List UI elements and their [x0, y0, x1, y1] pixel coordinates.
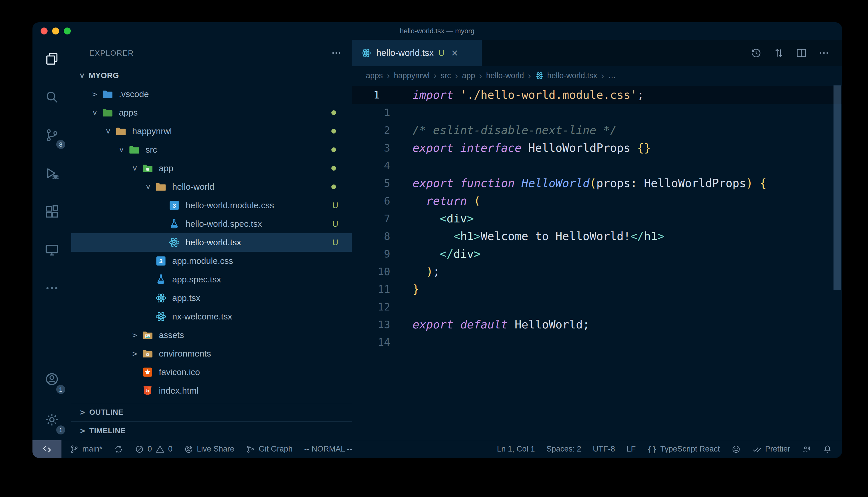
status-sync[interactable] [108, 440, 129, 458]
split-editor-button[interactable] [796, 47, 807, 59]
tree-item-nx-welcome.tsx[interactable]: nx-welcome.tsx [71, 307, 352, 326]
status-remote-indicator[interactable] [32, 440, 61, 458]
tree-item-hello-world[interactable]: >hello-world [71, 178, 352, 196]
compare-changes-button[interactable] [773, 47, 785, 59]
status-cursor-position[interactable]: Ln 1, Col 1 [491, 440, 541, 458]
code-text [390, 298, 413, 316]
code-line[interactable]: 5export function HelloWorld(props: Hello… [352, 174, 842, 192]
status-eol[interactable]: LF [621, 440, 642, 458]
tree-item-happynrwl[interactable]: >happynrwl [71, 122, 352, 141]
tree-item-hello-world.module.css[interactable]: 3hello-world.module.cssU [71, 196, 352, 215]
status-vim-mode[interactable]: -- NORMAL -- [298, 440, 358, 458]
code-line[interactable]: 12 [352, 298, 842, 316]
css-icon: 3 [168, 199, 180, 211]
open-timeline-button[interactable] [750, 47, 762, 59]
breadcrumb-…[interactable]: … [608, 71, 616, 80]
status-broadcast[interactable] [796, 440, 817, 458]
code-line[interactable]: 1 [352, 104, 842, 122]
react-icon [155, 311, 167, 323]
code-line[interactable]: 3export interface HelloWorldProps {} [352, 139, 842, 157]
status-language-mode[interactable]: {}TypeScript React [642, 440, 726, 458]
status-live-share[interactable]: Live Share [178, 440, 240, 458]
tree-item-app[interactable]: >app [71, 159, 352, 178]
activity-settings[interactable]: 1 [32, 399, 71, 440]
breadcrumb-happynrwl[interactable]: happynrwl [394, 71, 430, 80]
status-encoding[interactable]: UTF-8 [587, 440, 621, 458]
code-editor[interactable]: 1import './hello-world.module.css';12/* … [352, 85, 842, 440]
activity-run-debug[interactable] [32, 154, 71, 193]
activity-search[interactable] [32, 78, 71, 116]
activity-accounts[interactable]: 1 [32, 359, 71, 399]
code-line[interactable]: 11} [352, 280, 842, 298]
code-text: } [390, 280, 419, 298]
code-line[interactable]: 2/* eslint-disable-next-line */ [352, 122, 842, 139]
tree-item-favicon.ico[interactable]: favicon.ico [71, 363, 352, 381]
status-prettier[interactable]: Prettier [746, 440, 796, 458]
tree-item-label: apps [119, 108, 138, 117]
status-git-graph[interactable]: Git Graph [240, 440, 298, 458]
breadcrumb-hello-world[interactable]: hello-world [486, 71, 524, 80]
code-text [390, 104, 413, 122]
breadcrumb-src[interactable]: src [441, 71, 451, 80]
status-feedback[interactable] [726, 440, 746, 458]
sidebar-header: EXPLORER [71, 40, 352, 66]
tree-item-app.spec.tsx[interactable]: app.spec.tsx [71, 270, 352, 289]
activity-more[interactable] [32, 269, 71, 307]
tree-item-label: hello-world [172, 182, 214, 192]
tree-item-assets[interactable]: >assets [71, 326, 352, 344]
git-untracked-badge: U [332, 238, 338, 247]
more-actions-icon[interactable] [331, 47, 342, 58]
activity-extensions[interactable] [32, 193, 71, 231]
tree-item-environments[interactable]: >environments [71, 344, 352, 363]
code-line[interactable]: 4 [352, 157, 842, 174]
tree-item-apps[interactable]: >apps [71, 103, 352, 122]
folder-icon [115, 125, 127, 137]
more-actions-button[interactable] [818, 47, 830, 59]
timeline-section[interactable]: > TIMELINE [71, 422, 352, 440]
minimize-button[interactable] [52, 28, 59, 34]
tree-item-src[interactable]: >src [71, 141, 352, 159]
breadcrumb-separator-icon: › [479, 71, 482, 81]
code-line[interactable]: 7 <div> [352, 210, 842, 227]
code-line[interactable]: 6 return ( [352, 192, 842, 210]
tree-item-hello-world.spec.tsx[interactable]: hello-world.spec.tsxU [71, 215, 352, 233]
tree-item-app.tsx[interactable]: app.tsx [71, 289, 352, 307]
code-line[interactable]: 10 ); [352, 263, 842, 280]
status-git-branch[interactable]: main* [64, 440, 108, 458]
code-line[interactable]: 14 [352, 333, 842, 351]
tree-item-index.html[interactable]: 5index.html [71, 381, 352, 400]
code-text: import './hello-world.module.css'; [390, 86, 644, 104]
tree-item-.vscode[interactable]: >.vscode [71, 85, 352, 103]
code-line[interactable]: 13export default HelloWorld; [352, 316, 842, 333]
code-line[interactable]: 1import './hello-world.module.css'; [352, 86, 842, 104]
breadcrumb-apps[interactable]: apps [366, 71, 383, 80]
status-indentation[interactable]: Spaces: 2 [541, 440, 587, 458]
tree-item-app.module.css[interactable]: 3app.module.css [71, 252, 352, 270]
chevron-down-icon: > [90, 106, 100, 119]
tree-root-myorg[interactable]: > MYORG [71, 66, 352, 85]
test-icon [168, 218, 180, 230]
tree-item-label: environments [159, 349, 211, 358]
remote-icon [42, 444, 52, 454]
git-branch-icon [70, 444, 79, 454]
tab-hello-world-tsx[interactable]: hello-world.tsx U × [352, 40, 482, 66]
status-notifications[interactable] [817, 440, 838, 458]
close-button[interactable] [41, 28, 47, 34]
scrollbar-thumb[interactable] [833, 85, 841, 290]
smiley-icon [731, 444, 741, 454]
outline-section[interactable]: > OUTLINE [71, 403, 352, 422]
close-tab-icon[interactable]: × [451, 47, 458, 58]
breadcrumb-hello-world.tsx[interactable]: hello-world.tsx [535, 71, 597, 80]
code-line[interactable]: 8 <h1>Welcome to HelloWorld!</h1> [352, 227, 842, 245]
folder-icon [155, 181, 167, 193]
activity-explorer[interactable] [32, 40, 71, 78]
status-label: Ln 1, Col 1 [497, 444, 535, 454]
tree-item-hello-world.tsx[interactable]: hello-world.tsxU [71, 233, 352, 252]
code-line[interactable]: 9 </div> [352, 245, 842, 263]
activity-remote-explorer[interactable] [32, 231, 71, 269]
activity-source-control[interactable]: 3 [32, 116, 71, 154]
breadcrumb-app[interactable]: app [462, 71, 475, 80]
status-problems[interactable]: 00 [129, 440, 178, 458]
zoom-button[interactable] [64, 28, 71, 34]
code-text [390, 333, 413, 351]
